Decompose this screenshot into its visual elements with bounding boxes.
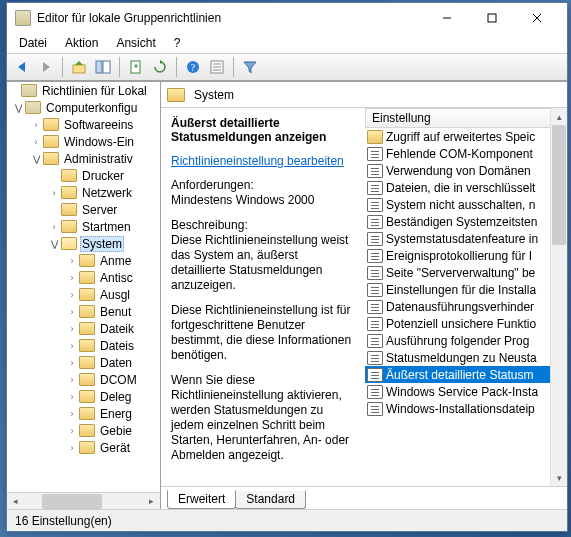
list-item[interactable]: Äußerst detaillierte Statusm <box>365 366 550 383</box>
tree-item[interactable]: ›Dateis <box>7 337 160 354</box>
tree-item[interactable]: ›Gerät <box>7 439 160 456</box>
policy-setting-icon <box>367 283 383 297</box>
list-item-label: Dateien, die in verschlüsselt <box>386 181 535 195</box>
tree-item[interactable]: ›Antisc <box>7 269 160 286</box>
scroll-right-icon[interactable]: ▸ <box>143 493 160 510</box>
folder-icon <box>61 169 77 182</box>
maximize-button[interactable] <box>469 4 514 33</box>
expand-icon[interactable]: › <box>47 188 61 198</box>
list-v-scrollbar[interactable]: ▴ ▾ <box>550 108 567 486</box>
collapse-icon[interactable]: ⋁ <box>29 154 43 164</box>
expand-icon[interactable]: › <box>47 222 61 232</box>
tree-item[interactable]: ›Deleg <box>7 388 160 405</box>
expand-icon[interactable]: › <box>65 341 79 351</box>
tree-admin[interactable]: ⋁ Administrativ <box>7 150 160 167</box>
tree-item[interactable]: ›Benut <box>7 303 160 320</box>
up-button[interactable] <box>68 56 90 78</box>
tab-standard[interactable]: Standard <box>235 490 306 509</box>
tree-drucker[interactable]: Drucker <box>7 167 160 184</box>
back-button[interactable] <box>11 56 33 78</box>
expand-icon[interactable]: › <box>65 324 79 334</box>
list-item[interactable]: Beständigen Systemzeitsten <box>365 213 550 230</box>
collapse-icon[interactable]: ⋁ <box>47 239 61 249</box>
list-item[interactable]: System nicht ausschalten, n <box>365 196 550 213</box>
expand-icon[interactable]: › <box>65 375 79 385</box>
tree-item[interactable]: ›Ausgl <box>7 286 160 303</box>
tree-label: Richtlinien für Lokal <box>40 84 149 98</box>
list-item[interactable]: Potenziell unsichere Funktio <box>365 315 550 332</box>
tree-windows[interactable]: › Windows-Ein <box>7 133 160 150</box>
desc-text: Diese Richtlinieneinstellung weist das S… <box>171 233 348 292</box>
list-item[interactable]: Dateien, die in verschlüsselt <box>365 179 550 196</box>
expand-icon[interactable]: › <box>65 392 79 402</box>
tree-computer-config[interactable]: ⋁ Computerkonfigu <box>7 99 160 116</box>
tree-item[interactable]: ›Daten <box>7 354 160 371</box>
show-hide-tree-button[interactable] <box>92 56 114 78</box>
menu-action[interactable]: Aktion <box>57 34 106 52</box>
list-item[interactable]: Windows-Installationsdateip <box>365 400 550 417</box>
folder-icon <box>43 152 59 165</box>
tree-item[interactable]: ›DCOM <box>7 371 160 388</box>
expand-icon[interactable]: › <box>65 256 79 266</box>
scrollbar-thumb[interactable] <box>42 494 102 509</box>
setting-title: Äußerst detaillierte Statusmeldungen anz… <box>171 116 355 144</box>
tree-root[interactable]: Richtlinien für Lokal <box>7 82 160 99</box>
list-header-einstellung[interactable]: Einstellung <box>365 108 550 128</box>
refresh-button[interactable] <box>149 56 171 78</box>
scroll-down-icon[interactable]: ▾ <box>551 469 567 486</box>
scrollbar-thumb[interactable] <box>552 125 566 245</box>
menu-view[interactable]: Ansicht <box>108 34 163 52</box>
list-item[interactable]: Verwendung von Domänen <box>365 162 550 179</box>
list-item[interactable]: Fehlende COM-Komponent <box>365 145 550 162</box>
expand-icon[interactable]: › <box>29 120 43 130</box>
tree-startmen[interactable]: › Startmen <box>7 218 160 235</box>
tree-item[interactable]: ›Dateik <box>7 320 160 337</box>
list-item[interactable]: Einstellungen für die Installa <box>365 281 550 298</box>
expand-icon[interactable]: › <box>65 307 79 317</box>
tree-system[interactable]: ⋁ System <box>7 235 160 252</box>
tree-item[interactable]: ›Energ <box>7 405 160 422</box>
titlebar[interactable]: Editor für lokale Gruppenrichtlinien <box>7 3 567 33</box>
expand-icon[interactable]: › <box>65 426 79 436</box>
collapse-icon[interactable]: ⋁ <box>11 103 25 113</box>
list-body[interactable]: Zugriff auf erweitertes SpeicFehlende CO… <box>365 128 550 486</box>
list-item[interactable]: Ausführung folgender Prog <box>365 332 550 349</box>
menu-help[interactable]: ? <box>166 34 189 52</box>
scroll-left-icon[interactable]: ◂ <box>7 493 24 510</box>
detail-pane: Äußerst detaillierte Statusmeldungen anz… <box>161 108 365 486</box>
list-item-label: Statusmeldungen zu Neusta <box>386 351 537 365</box>
tree-item[interactable]: ›Anme <box>7 252 160 269</box>
tree-netzwerk[interactable]: › Netzwerk <box>7 184 160 201</box>
expand-icon[interactable]: › <box>29 137 43 147</box>
tab-extended[interactable]: Erweitert <box>167 490 236 509</box>
close-button[interactable] <box>514 4 559 33</box>
edit-setting-link[interactable]: Richtlinieneinstellung bearbeiten <box>171 154 344 168</box>
expand-icon[interactable]: › <box>65 273 79 283</box>
expand-icon[interactable]: › <box>65 443 79 453</box>
list-item[interactable]: Systemstatusdatenfeature in <box>365 230 550 247</box>
help-button[interactable]: ? <box>182 56 204 78</box>
tree-software[interactable]: › Softwareeins <box>7 116 160 133</box>
tree-scroll[interactable]: Richtlinien für Lokal ⋁ Computerkonfigu … <box>7 82 160 492</box>
expand-icon[interactable]: › <box>65 290 79 300</box>
scrollbar-track[interactable] <box>551 125 567 469</box>
scroll-up-icon[interactable]: ▴ <box>551 108 567 125</box>
filter-button[interactable] <box>239 56 261 78</box>
list-item[interactable]: Datenausführungsverhinder <box>365 298 550 315</box>
tree-server[interactable]: Server <box>7 201 160 218</box>
list-item[interactable]: Statusmeldungen zu Neusta <box>365 349 550 366</box>
minimize-button[interactable] <box>424 4 469 33</box>
export-button[interactable] <box>125 56 147 78</box>
forward-button[interactable] <box>35 56 57 78</box>
expand-icon[interactable]: › <box>65 409 79 419</box>
list-item[interactable]: Ereignisprotokollierung für I <box>365 247 550 264</box>
menu-file[interactable]: Datei <box>11 34 55 52</box>
tree-h-scrollbar[interactable]: ◂ ▸ <box>7 492 160 509</box>
expand-icon[interactable]: › <box>65 358 79 368</box>
tree-item[interactable]: ›Gebie <box>7 422 160 439</box>
list-item[interactable]: Seite "Serververwaltung" be <box>365 264 550 281</box>
list-item[interactable]: Zugriff auf erweitertes Speic <box>365 128 550 145</box>
tree-label: DCOM <box>98 373 139 387</box>
properties-button[interactable] <box>206 56 228 78</box>
list-item[interactable]: Windows Service Pack-Insta <box>365 383 550 400</box>
